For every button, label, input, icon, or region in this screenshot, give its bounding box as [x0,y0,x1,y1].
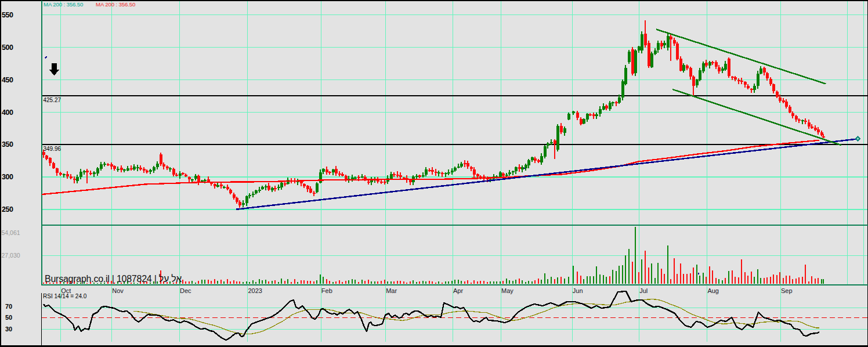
svg-text:Jul: Jul [639,287,648,294]
svg-text:50: 50 [5,314,12,321]
svg-text:27,030: 27,030 [2,252,20,259]
svg-text:MA 200 : 356.50: MA 200 : 356.50 [96,1,136,8]
svg-text:Feb: Feb [321,287,332,294]
svg-text:70: 70 [5,303,12,310]
svg-text:Bursagraph.co.il | 1087824 | א: Bursagraph.co.il | 1087824 | אל על [45,274,182,284]
svg-text:Apr: Apr [453,287,463,294]
svg-text:500: 500 [2,44,13,52]
svg-text:2023: 2023 [248,287,262,294]
svg-text:Sep: Sep [781,287,793,294]
svg-text:54,061: 54,061 [2,229,20,236]
svg-text:350: 350 [2,140,13,149]
svg-text:Jun: Jun [573,287,583,294]
svg-text:349.96: 349.96 [44,146,62,152]
svg-text:MA 200 : 356.50: MA 200 : 356.50 [44,1,84,8]
svg-text:425.27: 425.27 [44,97,62,103]
svg-text:400: 400 [2,109,13,117]
svg-text:450: 450 [2,76,13,84]
svg-text:Dec: Dec [180,287,191,294]
svg-text:550: 550 [2,11,13,19]
svg-text:300: 300 [2,173,13,181]
svg-text:Oct: Oct [61,287,71,294]
svg-text:Aug: Aug [707,287,719,294]
svg-text:Nov: Nov [112,287,124,294]
svg-text:May: May [501,287,513,294]
svg-text:30: 30 [5,326,12,332]
svg-text:250: 250 [2,205,13,214]
svg-text:Mar: Mar [386,287,397,294]
